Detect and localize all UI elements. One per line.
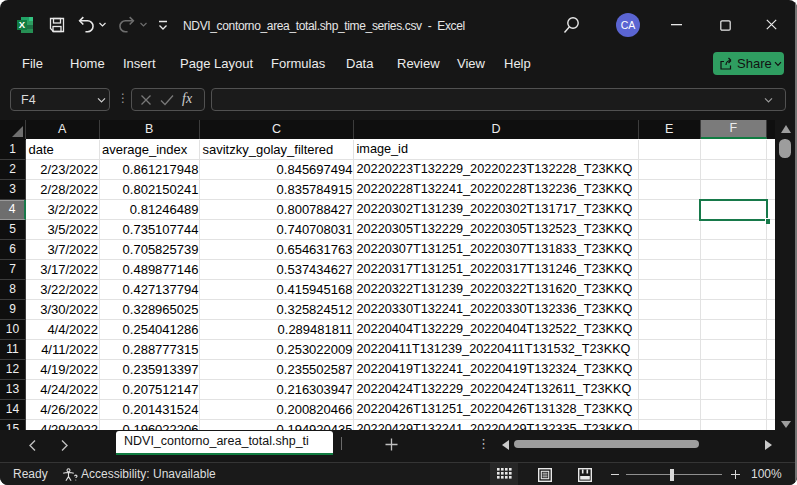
svg-text:X: X [19,19,26,30]
